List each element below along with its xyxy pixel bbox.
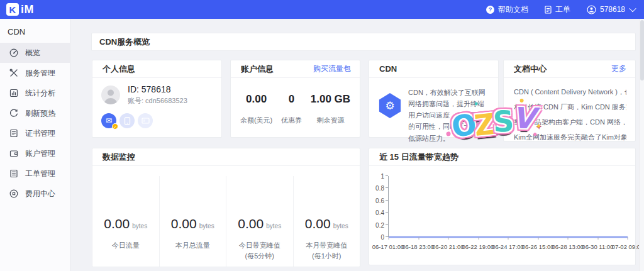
tools-icon [9, 68, 19, 78]
y-axis-tick-label: 0.4 [375, 209, 384, 216]
gauge-icon [9, 48, 19, 58]
balance-metric: 0.00 余额(美元) [240, 93, 272, 125]
sidebar-item-cert-mgmt[interactable]: 证书管理 [0, 123, 70, 143]
x-axis-tick-label: 06-18 23:00 [402, 243, 434, 250]
id-card-icon[interactable] [138, 113, 153, 128]
doc-link[interactable]: 整个产品架构由客户端，CDN 网络，企业源站，... [514, 114, 626, 130]
month-traffic-value: 0.00 [171, 216, 197, 231]
coupon-label: 优惠券 [281, 116, 302, 125]
today-peak-sublabel: (每5分钟) [226, 251, 293, 262]
y-axis-tick-label: 0 [380, 234, 384, 241]
bandwidth-trend-card: 近 15 日流量带宽趋势 00.20.40.60.81 06-17 01:000… [369, 148, 636, 265]
today-traffic-value: 0.00 [104, 216, 130, 231]
sidebar-item-stats[interactable]: 统计分析 [0, 83, 70, 103]
sidebar-item-label: 概览 [25, 48, 40, 58]
buy-traffic-link[interactable]: 购买流量包 [313, 64, 351, 74]
x-axis-tick [448, 237, 449, 240]
sidebar-item-ticket-mgmt[interactable]: 工单管理 [0, 163, 70, 184]
ticket-button[interactable]: 工单 [545, 4, 570, 15]
user-id-label: 578618 [600, 5, 625, 14]
refresh-icon [9, 108, 19, 118]
brand-logo[interactable]: K iM [6, 3, 34, 16]
coupon-metric: 0 优惠券 [281, 93, 302, 125]
month-peak-label: 本月带宽峰值 [294, 240, 360, 251]
sidebar-section-label: CDN [0, 19, 70, 43]
x-axis-tick [568, 237, 569, 240]
account-card-header: 账户信息 购买流量包 [231, 60, 360, 78]
sidebar-item-label: 工单管理 [25, 169, 55, 179]
doc-link[interactable]: Kim全网加速服务完美融合了Kim对象存储和 CDN ... [514, 130, 626, 145]
chart-plot: 00.20.40.60.81 [388, 176, 628, 237]
help-docs-button[interactable]: ? 帮助文档 [486, 4, 528, 15]
x-axis-tick [478, 237, 479, 240]
logo-k-icon: K [6, 3, 19, 16]
today-traffic-unit: bytes [132, 223, 147, 230]
doc-link[interactable]: 相对传统 CDN 厂商，Kim CDN 服务完全实现全自... [514, 99, 626, 114]
coupon-value: 0 [281, 93, 302, 106]
sidebar-item-service-mgmt[interactable]: 服务管理 [0, 63, 70, 83]
page-scrollbar [639, 19, 644, 271]
docs-card: 文档中心 更多 CDN ( Content Delivery Network )… [503, 60, 636, 141]
sidebar-item-label: 统计分析 [25, 88, 55, 99]
docs-card-title: 文档中心 [514, 64, 547, 75]
x-axis-tick [508, 237, 509, 240]
x-axis-tick [538, 237, 538, 240]
sidebar-item-label: 账户管理 [25, 148, 55, 159]
top-bar: K iM ? 帮助文档 工单 578618 [0, 0, 644, 19]
sidebar-item-billing[interactable]: 费用中心 [0, 184, 70, 204]
page-title-bar: CDN服务概览 [91, 33, 636, 51]
today-traffic-metric: 0.00bytes 今日流量 [92, 176, 159, 267]
cdn-card-title: CDN [379, 64, 397, 74]
logo-text: iM [21, 3, 34, 16]
monitor-card-header: 数据监控 [92, 148, 360, 166]
sidebar-item-label: 证书管理 [25, 128, 55, 139]
account-card-title: 账户信息 [241, 64, 274, 75]
x-axis-tick [628, 237, 628, 240]
user-menu[interactable]: 578618 [587, 5, 635, 14]
billing-icon [9, 189, 19, 199]
main-content: CDN服务概览 个人信息 ID: 578618 账号: cdn56683523 … [70, 19, 644, 271]
sidebar-item-account-mgmt[interactable]: 账户管理 [0, 143, 70, 163]
sidebar-item-overview[interactable]: 概览 [0, 43, 70, 63]
more-docs-link[interactable]: 更多 [611, 64, 626, 74]
today-peak-unit: bytes [266, 223, 281, 230]
remaining-label: 剩余资源 [311, 116, 350, 125]
x-axis-tick [597, 237, 598, 240]
remaining-metric: 1.00 GB 剩余资源 [311, 93, 350, 125]
month-traffic-unit: bytes [199, 223, 214, 230]
today-peak-metric: 0.00bytes 今日带宽峰值(每5分钟) [226, 176, 293, 267]
profile-user-id: ID: 578618 [128, 84, 187, 94]
cdn-hexagon-icon: ⚙ [378, 93, 402, 118]
today-traffic-label: 今日流量 [92, 240, 159, 251]
today-peak-value: 0.00 [238, 216, 264, 231]
profile-card-header: 个人信息 [92, 60, 221, 78]
profile-account: 账号: cdn56683523 [128, 96, 187, 106]
verified-badge-icon: ✓ [112, 123, 118, 130]
bar-chart-icon [9, 88, 19, 98]
email-verified-icon[interactable]: ✉✓ [101, 113, 116, 128]
profile-card: 个人信息 ID: 578618 账号: cdn56683523 ✉✓ [92, 60, 222, 138]
y-axis-tick-label: 0.6 [375, 197, 384, 204]
profile-card-title: 个人信息 [103, 64, 135, 75]
phone-icon[interactable] [119, 113, 135, 128]
sidebar-item-refresh[interactable]: 刷新预热 [0, 103, 70, 123]
x-axis-tick-label: 06-28 13:00 [552, 243, 584, 250]
account-card: 账户信息 购买流量包 0.00 余额(美元) 0 优惠券 1.00 GB 剩余资… [230, 60, 360, 138]
x-axis-tick-label: 06-20 21:00 [432, 243, 464, 250]
cdn-description: CDN，有效解决了互联网网络拥塞问题，提升终端用户访问速度，增强网站的可用性，同… [408, 87, 491, 144]
x-axis-tick-label: 06-24 17:00 [492, 243, 524, 250]
month-peak-value: 0.00 [305, 216, 331, 231]
sidebar-item-label: 刷新预热 [25, 108, 55, 119]
sidebar-item-label: 服务管理 [25, 68, 55, 79]
y-axis-tick [386, 236, 388, 237]
scrollbar-thumb[interactable] [640, 20, 644, 80]
x-axis-tick-label: 06-30 11:00 [582, 243, 613, 250]
y-axis-tick-label: 0.2 [375, 221, 384, 228]
help-docs-label: 帮助文档 [498, 4, 528, 15]
chart-line-svg [389, 176, 628, 237]
x-axis-tick-label: 06-26 15:00 [522, 243, 554, 250]
x-axis-tick [418, 237, 419, 240]
doc-link[interactable]: CDN ( Content Delivery Network )，也即内容分发.… [514, 84, 626, 99]
y-axis-tick [386, 187, 388, 188]
page-title: CDN服务概览 [99, 36, 150, 48]
